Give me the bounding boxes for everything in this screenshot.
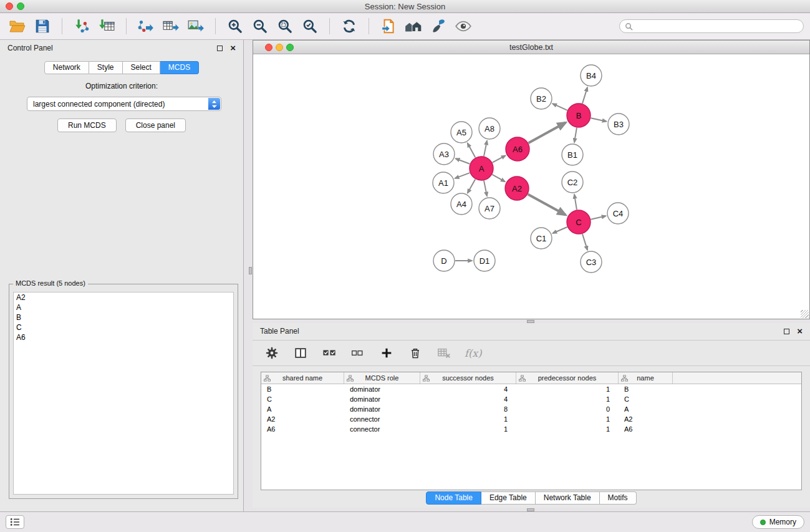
delete-column-button[interactable] — [407, 344, 423, 362]
table-cell[interactable]: 1 — [420, 425, 516, 433]
node-A5[interactable]: A5 — [451, 122, 472, 143]
network-window-titlebar[interactable]: testGlobe.txt — [253, 41, 809, 54]
node-B1[interactable]: B1 — [562, 144, 583, 165]
tab-style[interactable]: Style — [89, 61, 123, 74]
split-handle-vertical[interactable] — [249, 267, 252, 274]
node-B2[interactable]: B2 — [531, 88, 552, 109]
save-session-button[interactable] — [31, 16, 54, 37]
table-cell[interactable]: A6 — [619, 425, 673, 433]
open-session-button[interactable] — [6, 16, 29, 37]
edge-C-C1[interactable] — [552, 227, 567, 233]
result-item[interactable]: C — [14, 322, 233, 332]
first-neighbors-button[interactable] — [402, 16, 425, 37]
table-cell[interactable]: C — [261, 395, 344, 403]
table-cell[interactable]: 1 — [516, 395, 619, 403]
column-header-name[interactable]: name — [619, 372, 673, 384]
column-header-predecessor-nodes[interactable]: predecessor nodes — [516, 372, 619, 384]
node-D[interactable]: D — [433, 250, 455, 271]
current-network-button[interactable] — [377, 16, 400, 37]
window-titlebar[interactable]: Session: New Session — [0, 0, 810, 13]
table-row[interactable]: A6connector11A6 — [261, 424, 801, 434]
edge-A6-B[interactable] — [529, 123, 566, 143]
node-B4[interactable]: B4 — [581, 65, 602, 86]
table-cell[interactable]: 4 — [420, 395, 516, 403]
table-cell[interactable]: C — [619, 395, 673, 403]
tab-edge-table[interactable]: Edge Table — [481, 491, 536, 505]
network-canvas[interactable]: AA1A2A3A4A5A6A7A8BB1B2B3B4CC1C2C3C4DD1 — [254, 54, 809, 319]
zoom-out-button[interactable] — [249, 16, 271, 37]
export-network-button[interactable] — [135, 16, 157, 37]
table-cell[interactable]: connector — [344, 425, 420, 433]
column-header-shared-name[interactable]: shared name — [261, 372, 344, 384]
node-C[interactable]: C — [567, 210, 591, 234]
search-field[interactable] — [619, 19, 804, 33]
edge-A-A8[interactable] — [484, 141, 487, 157]
show-graphics-details-button[interactable] — [452, 16, 475, 37]
edge-A-A4[interactable] — [468, 179, 475, 193]
tab-network[interactable]: Network — [44, 61, 89, 74]
table-cell[interactable]: A2 — [619, 415, 673, 423]
table-cell[interactable]: A2 — [261, 415, 344, 423]
column-header-successor-nodes[interactable]: successor nodes — [420, 372, 516, 384]
table-cell[interactable]: B — [261, 385, 344, 393]
edge-B-B3[interactable] — [591, 118, 607, 121]
result-item[interactable]: A6 — [14, 332, 233, 342]
result-item[interactable]: B — [14, 312, 233, 322]
tab-network-table[interactable]: Network Table — [536, 491, 600, 505]
edge-B-B1[interactable] — [574, 128, 577, 142]
task-history-button[interactable] — [6, 515, 24, 529]
float-panel-icon[interactable] — [784, 329, 789, 334]
table-cell[interactable]: 1 — [516, 415, 619, 423]
node-A6[interactable]: A6 — [506, 137, 529, 161]
node-C3[interactable]: C3 — [581, 251, 602, 273]
table-row[interactable]: Adominator80A — [261, 404, 801, 414]
run-mcds-button[interactable]: Run MCDS — [57, 118, 117, 132]
refresh-view-button[interactable] — [338, 16, 360, 37]
table-cell[interactable]: B — [619, 385, 673, 393]
search-input[interactable] — [637, 22, 798, 31]
delete-table-button[interactable] — [436, 344, 452, 362]
node-A7[interactable]: A7 — [479, 198, 500, 219]
edge-B-B2[interactable] — [552, 104, 567, 110]
tab-motifs[interactable]: Motifs — [600, 491, 637, 505]
edge-A-A2[interactable] — [492, 175, 504, 181]
node-D1[interactable]: D1 — [474, 250, 495, 271]
edge-C-C3[interactable] — [582, 234, 587, 250]
table-cell[interactable]: dominator — [344, 405, 420, 413]
table-settings-button[interactable] — [264, 344, 280, 362]
node-C4[interactable]: C4 — [607, 203, 629, 224]
edge-A-A3[interactable] — [456, 158, 470, 164]
table-cell[interactable]: 0 — [516, 405, 619, 413]
close-panel-icon[interactable]: × — [797, 328, 803, 334]
mcds-result-list[interactable]: A2ABCA6 — [13, 292, 234, 495]
result-item[interactable]: A2 — [14, 293, 233, 302]
close-panel-button[interactable]: Close panel — [125, 118, 186, 132]
import-network-button[interactable] — [70, 16, 93, 37]
optimization-criterion-select[interactable]: largest connected component (directed) — [27, 97, 221, 111]
result-item[interactable]: A — [14, 302, 233, 312]
add-column-button[interactable] — [378, 344, 395, 362]
table-cell[interactable]: 1 — [420, 415, 516, 423]
column-header-mcds-role[interactable]: MCDS role — [344, 372, 420, 384]
edge-A-A5[interactable] — [468, 143, 476, 158]
table-cell[interactable]: 4 — [420, 385, 516, 393]
tab-node-table[interactable]: Node Table — [426, 491, 481, 505]
edge-A-A6[interactable] — [493, 155, 506, 162]
apply-style-button[interactable] — [427, 16, 450, 37]
import-table-button[interactable] — [95, 16, 118, 37]
tab-select[interactable]: Select — [123, 61, 160, 74]
edge-B-B4[interactable] — [582, 87, 587, 104]
edge-A2-C[interactable] — [528, 195, 566, 215]
export-image-button[interactable] — [185, 16, 207, 37]
node-A4[interactable]: A4 — [451, 193, 472, 215]
network-graph[interactable]: AA1A2A3A4A5A6A7A8BB1B2B3B4CC1C2C3C4DD1 — [254, 54, 809, 319]
window-resize-grip[interactable] — [801, 310, 809, 318]
table-row[interactable]: Cdominator41C — [261, 394, 801, 404]
node-A[interactable]: A — [470, 157, 493, 180]
tab-mcds[interactable]: MCDS — [160, 61, 199, 74]
zoom-selected-button[interactable] — [299, 16, 321, 37]
table-cell[interactable]: dominator — [344, 385, 420, 393]
node-A3[interactable]: A3 — [433, 143, 455, 165]
edge-A-A7[interactable] — [484, 181, 487, 196]
function-builder-button[interactable]: f(x) — [465, 344, 481, 362]
